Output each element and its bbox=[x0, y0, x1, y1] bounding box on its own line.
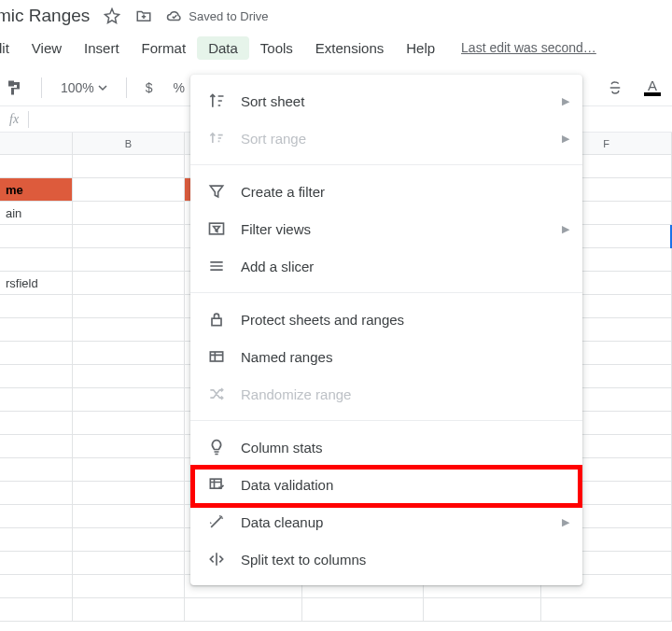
zoom-select[interactable]: 100% bbox=[55, 77, 113, 99]
filter-views-icon bbox=[205, 217, 228, 240]
split-icon bbox=[205, 548, 228, 570]
separator bbox=[190, 164, 582, 165]
title-row: mic Ranges Saved to Drive bbox=[0, 0, 672, 30]
menu-tools[interactable]: Tools bbox=[249, 36, 304, 60]
menu-filter-views[interactable]: Filter views ▶ bbox=[190, 210, 582, 247]
svg-rect-2 bbox=[210, 352, 222, 361]
separator bbox=[190, 420, 582, 421]
menu-randomize-range: Randomize range bbox=[190, 375, 582, 413]
chevron-right-icon: ▶ bbox=[562, 95, 569, 107]
menu-create-filter[interactable]: Create a filter bbox=[190, 173, 582, 210]
menu-data-validation[interactable]: Data validation bbox=[190, 466, 582, 503]
menu-format[interactable]: Format bbox=[131, 36, 198, 60]
svg-rect-1 bbox=[212, 318, 221, 326]
label: Split text to columns bbox=[241, 552, 366, 568]
star-icon[interactable] bbox=[103, 7, 121, 25]
paint-format-icon[interactable] bbox=[0, 76, 28, 100]
menu-column-stats[interactable]: Column stats bbox=[190, 428, 582, 466]
filter-icon bbox=[205, 180, 228, 203]
label: Named ranges bbox=[241, 349, 332, 365]
label: Create a filter bbox=[241, 184, 325, 200]
menu-sort-sheet[interactable]: Sort sheet ▶ bbox=[190, 82, 582, 119]
header-cell[interactable]: me bbox=[0, 178, 73, 201]
label: Filter views bbox=[241, 221, 311, 237]
sort-sheet-icon bbox=[205, 90, 228, 112]
chevron-right-icon: ▶ bbox=[562, 223, 569, 235]
text-color-button[interactable]: A bbox=[638, 76, 666, 100]
divider bbox=[28, 111, 29, 128]
label: Add a slicer bbox=[241, 259, 314, 274]
label: Sort range bbox=[241, 131, 306, 147]
menubar: dit View Insert Format Data Tools Extens… bbox=[0, 35, 672, 60]
shuffle-icon bbox=[205, 383, 228, 405]
label: Column stats bbox=[241, 440, 323, 456]
menu-named-ranges[interactable]: Named ranges bbox=[190, 338, 582, 375]
cloud-icon bbox=[166, 7, 183, 24]
menu-sort-range: Sort range ▶ bbox=[190, 119, 582, 157]
save-status[interactable]: Saved to Drive bbox=[166, 7, 268, 24]
chevron-down-icon bbox=[98, 83, 107, 92]
menu-protect-sheets[interactable]: Protect sheets and ranges bbox=[190, 301, 582, 338]
save-label: Saved to Drive bbox=[189, 9, 268, 23]
data-menu-dropdown: Sort sheet ▶ Sort range ▶ Create a filte… bbox=[190, 75, 582, 585]
col-header[interactable] bbox=[0, 133, 73, 154]
menu-data[interactable]: Data bbox=[197, 36, 249, 60]
menu-edit[interactable]: dit bbox=[0, 36, 21, 60]
format-percent-button[interactable]: % bbox=[168, 77, 190, 99]
menu-extensions[interactable]: Extensions bbox=[304, 36, 395, 60]
wand-icon bbox=[205, 511, 228, 533]
format-currency-button[interactable]: $ bbox=[140, 77, 159, 99]
lock-icon bbox=[205, 308, 228, 330]
last-edit-link[interactable]: Last edit was second… bbox=[461, 40, 596, 55]
sort-range-icon bbox=[205, 127, 228, 149]
grid-row[interactable] bbox=[0, 598, 672, 622]
label: Data validation bbox=[241, 477, 333, 493]
named-ranges-icon bbox=[205, 345, 228, 368]
label: Data cleanup bbox=[241, 514, 323, 530]
slicer-icon bbox=[205, 255, 228, 277]
label: Randomize range bbox=[241, 386, 351, 402]
svg-rect-0 bbox=[210, 223, 224, 234]
menu-add-slicer[interactable]: Add a slicer bbox=[190, 247, 582, 285]
separator bbox=[190, 292, 582, 293]
menu-insert[interactable]: Insert bbox=[73, 36, 131, 60]
bulb-icon bbox=[205, 436, 228, 458]
col-header-b[interactable]: B bbox=[73, 133, 185, 154]
doc-title[interactable]: mic Ranges bbox=[0, 6, 90, 26]
validation-icon bbox=[205, 473, 228, 496]
menu-help[interactable]: Help bbox=[395, 36, 446, 60]
strikethrough-button[interactable] bbox=[601, 76, 629, 100]
divider bbox=[126, 77, 127, 98]
chevron-right-icon: ▶ bbox=[562, 516, 569, 528]
chevron-right-icon: ▶ bbox=[562, 133, 569, 145]
divider bbox=[41, 77, 42, 98]
label: Protect sheets and ranges bbox=[241, 312, 404, 328]
fx-label: fx bbox=[0, 112, 28, 127]
menu-split-text[interactable]: Split text to columns bbox=[190, 540, 582, 578]
move-to-folder-icon[interactable] bbox=[134, 7, 153, 25]
label: Sort sheet bbox=[241, 93, 304, 109]
menu-view[interactable]: View bbox=[21, 36, 73, 60]
color-underline bbox=[644, 92, 661, 96]
zoom-value: 100% bbox=[61, 80, 94, 95]
menu-data-cleanup[interactable]: Data cleanup ▶ bbox=[190, 503, 582, 540]
